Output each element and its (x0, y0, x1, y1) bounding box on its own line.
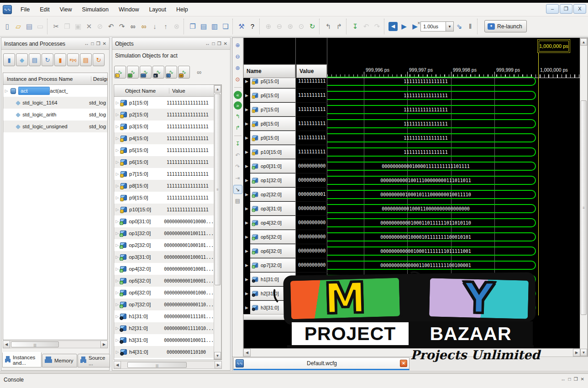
wave-row-name[interactable]: ▶Ip10[15:0] (243, 145, 295, 159)
instance-row[interactable]: ◆std_logic_arithstd_log (3, 109, 107, 121)
wave-bus[interactable]: 00000000000100001111111111101111 (327, 162, 536, 171)
filter-internal-icon[interactable]: ∿● (152, 66, 164, 79)
wave-row-name[interactable]: ▶Ip9[15:0] (243, 131, 295, 145)
expander-icon[interactable]: ▶ (243, 78, 250, 89)
object-row[interactable]: ▷Oop5[32:0]0000000000100001... (114, 275, 214, 287)
wave-bus[interactable]: 1111111111111111 (327, 77, 536, 86)
wave-bus[interactable]: 1111111111111111 (327, 91, 536, 100)
wave-row-name[interactable]: ▶Ip5[15:0] (243, 78, 295, 89)
expander-icon[interactable]: ▶ (243, 89, 250, 103)
objects-hscrollbar[interactable]: ◀ ||| ▶ (114, 361, 222, 369)
refresh-instances-icon[interactable]: ↻ (42, 53, 53, 66)
expander-icon[interactable]: ▶ (243, 159, 250, 173)
wave-col-name[interactable]: Name (243, 64, 295, 78)
next-transition-icon[interactable]: ↱ (233, 123, 242, 132)
objects-undock-icon[interactable]: ↔ (205, 41, 210, 46)
save-icon[interactable]: ▤ (24, 21, 35, 32)
sim-time-input[interactable]: 1.00us (420, 21, 446, 31)
goto-start-icon[interactable]: « (234, 91, 242, 99)
object-row[interactable]: ▷Oop1[32:0]0000000000100111... (114, 227, 214, 239)
find-in-files-icon[interactable]: ∞ (138, 21, 149, 32)
refresh-icon[interactable]: ↻ (307, 21, 318, 32)
menu-file[interactable]: File (16, 5, 35, 15)
tile-horizontal-icon[interactable]: ▤ (198, 21, 209, 32)
wave-row-name[interactable]: ▶Oop7[32:0] (243, 258, 295, 273)
delete-icon[interactable]: ✕ (84, 21, 94, 32)
float-window-icon[interactable]: ❏ (220, 21, 231, 32)
menu-window[interactable]: Window (114, 5, 144, 15)
object-row[interactable]: ▷h1[31:0]0000000000111101... (114, 310, 214, 322)
wave-bus[interactable]: 000000000001000110111111011010110 (327, 218, 536, 227)
wave-bus[interactable]: 000000000010000101111111100010101 (327, 232, 536, 241)
close-button[interactable]: X (573, 4, 586, 14)
wave-row-name[interactable]: ▶Oop6[32:0] (243, 244, 295, 258)
wave-bus[interactable]: 000000000100010111000000010011110 (327, 190, 536, 199)
objects-col-name[interactable]: Object Name (114, 88, 169, 94)
instance-row[interactable]: ▷actact(act_ (3, 85, 107, 97)
instances-col-design[interactable]: Design (91, 76, 107, 82)
expander-icon[interactable]: ▶ (243, 173, 250, 188)
process-filter-icon[interactable]: ▤ (29, 53, 41, 66)
redo-icon[interactable]: ↷ (116, 21, 127, 32)
restart-icon[interactable]: ◀ (388, 22, 398, 31)
wave-vscrollbar[interactable]: ▲ ≡ ▼ (580, 38, 588, 357)
find-icon[interactable]: ∞ (127, 21, 138, 32)
wave-bus[interactable]: 000000000010011100000000111011011 (327, 176, 536, 185)
object-row[interactable]: ▷Oop0[31:0]0000000000010000... (114, 215, 214, 227)
preferences-wrench-icon[interactable]: ⚒ (236, 21, 247, 32)
source-list-icon[interactable]: ▤ (80, 53, 92, 66)
object-row[interactable]: ▷Ip2[15:0]1111111111111111 (114, 109, 214, 121)
add-marker-icon[interactable]: ↧ (233, 139, 242, 148)
object-row[interactable]: ▷Oop3[31:0]0000000000100011... (114, 251, 214, 263)
wave-row-name[interactable]: ▶Oop1[32:0] (243, 173, 295, 188)
object-row[interactable]: ▷Ip1[15:0]1111111111111111 (114, 97, 214, 109)
menu-layout[interactable]: Layout (144, 5, 171, 15)
expander-icon[interactable]: ▷ (114, 195, 121, 200)
expander-icon[interactable]: ▶ (243, 244, 250, 258)
object-row[interactable]: ▷Ip5[15:0]1111111111111111 (114, 144, 214, 156)
next-marker-icon[interactable]: ↷ (233, 162, 242, 171)
expander-icon[interactable]: ▶ (243, 188, 250, 202)
instance-filter-icon[interactable]: ▮ (3, 53, 15, 66)
run-for-time-icon[interactable]: ▶X (410, 21, 420, 32)
console-undock-icon[interactable]: ↔ (561, 377, 566, 382)
wave-bus[interactable]: 1111111111111111 (327, 119, 536, 128)
search-objects-icon[interactable]: ∞ (194, 67, 205, 78)
function-icon[interactable]: F(x) (67, 53, 79, 66)
expander-icon[interactable]: ▶ (243, 258, 250, 273)
reload-icon[interactable]: ↻ (93, 53, 105, 66)
expander-icon[interactable]: ▶ (243, 117, 250, 131)
find-next-icon[interactable]: ↓ (149, 21, 160, 32)
component-icon[interactable]: ▮ (54, 53, 66, 66)
object-row[interactable]: ▷Oop4[32:0]0000000000010001... (114, 263, 214, 275)
expander-icon[interactable]: ▶ (243, 131, 250, 145)
wave-row-name[interactable]: ▶Ip6[15:0] (243, 89, 295, 103)
expander-icon[interactable]: ▷ (3, 89, 10, 93)
instances-col-name[interactable]: Instance and Process Name (3, 76, 91, 82)
object-row[interactable]: ▷Ip7[15:0]1111111111111111 (114, 168, 214, 180)
tab-memory[interactable]: Memory (42, 354, 77, 367)
sim-time-dropdown[interactable]: ▼ (446, 21, 454, 31)
undo-icon[interactable]: ↶ (105, 21, 116, 32)
console-float-icon[interactable]: ❐ (574, 377, 578, 382)
prev-marker-icon[interactable]: ↶ (233, 151, 242, 160)
object-row[interactable]: ▷Oop6[32:0]0000000000001000... (114, 287, 214, 299)
goto-end-icon[interactable]: » (234, 101, 242, 110)
wave-row-name[interactable]: ▶Oop4[32:0] (243, 216, 295, 230)
wave-row-name[interactable]: ▶Oop3[31:0] (243, 202, 295, 216)
instances-maximize-icon[interactable]: □ (91, 41, 94, 46)
tab-instances-and-[interactable]: Instances and... (2, 352, 42, 367)
expander-icon[interactable]: ▷ (114, 207, 121, 212)
filter-output-icon[interactable]: ∿O (127, 66, 139, 79)
tile-vertical-icon[interactable]: ▥ (209, 21, 220, 32)
instance-row[interactable]: ◆std_logic_1164std_log (3, 97, 107, 109)
new-file-icon[interactable]: ▯ (2, 21, 13, 32)
expander-icon[interactable]: ▷ (114, 100, 121, 105)
swap-cursor-icon[interactable]: ⇥ (233, 173, 242, 183)
package-filter-icon[interactable]: ◆ (16, 53, 28, 66)
menu-help[interactable]: Help (171, 5, 193, 15)
expander-icon[interactable]: ▷ (114, 184, 121, 188)
zoom-in-icon[interactable]: ⊕ (233, 41, 242, 50)
relaunch-button[interactable]: ✦Re-launch (484, 20, 527, 32)
filter-inout-icon[interactable]: ∿I/O (140, 66, 152, 79)
